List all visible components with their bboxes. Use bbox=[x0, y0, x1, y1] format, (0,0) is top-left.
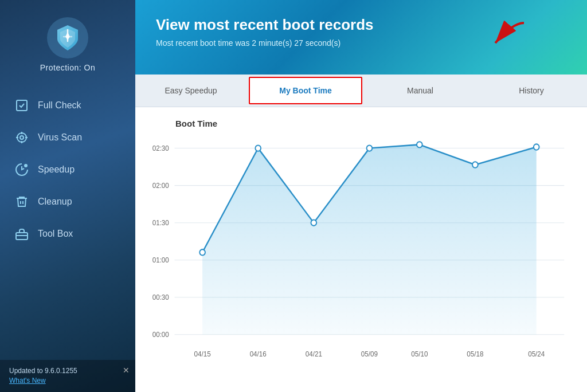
protection-status: Protection: On bbox=[40, 63, 96, 72]
chart-container: 02:30 02:00 01:30 01:00 00:30 00:00 bbox=[147, 138, 570, 374]
sidebar-item-speedup[interactable]: Speedup bbox=[0, 154, 135, 186]
boot-time-chart: 02:30 02:00 01:30 01:00 00:30 00:00 bbox=[147, 138, 570, 374]
sidebar-logo: Protection: On bbox=[40, 17, 96, 72]
chart-point-0524 bbox=[534, 144, 539, 150]
svg-text:04/15: 04/15 bbox=[194, 350, 211, 358]
svg-point-9 bbox=[24, 164, 28, 167]
svg-text:05/10: 05/10 bbox=[411, 350, 428, 358]
sidebar-item-virus-scan[interactable]: Virus Scan bbox=[0, 121, 135, 154]
tab-my-boot-time[interactable]: My Boot Time bbox=[249, 77, 362, 104]
cleanup-icon bbox=[14, 194, 30, 210]
chart-point-0510 bbox=[417, 142, 422, 147]
sidebar-item-tool-box[interactable]: Tool Box bbox=[0, 218, 135, 250]
chart-point-0416 bbox=[255, 145, 261, 151]
svg-text:05/09: 05/09 bbox=[361, 350, 378, 358]
sidebar: Protection: On Full Check bbox=[0, 0, 135, 392]
virus-scan-label: Virus Scan bbox=[38, 132, 82, 143]
shield-icon bbox=[47, 17, 88, 58]
svg-text:02:00: 02:00 bbox=[152, 181, 169, 189]
chart-point-0509 bbox=[367, 145, 373, 151]
speedup-label: Speedup bbox=[38, 164, 75, 175]
main-content: View most recent boot records Most recen… bbox=[135, 0, 587, 392]
chart-point-0421 bbox=[311, 220, 316, 226]
svg-text:05/18: 05/18 bbox=[467, 350, 483, 358]
svg-text:00:00: 00:00 bbox=[152, 331, 169, 339]
arrow-indicator bbox=[461, 17, 530, 52]
svg-text:00:30: 00:30 bbox=[152, 293, 169, 301]
toolbox-icon bbox=[14, 226, 30, 242]
sidebar-item-full-check[interactable]: Full Check bbox=[0, 89, 135, 121]
tab-easy-speedup[interactable]: Easy Speedup bbox=[135, 75, 246, 107]
tab-history[interactable]: History bbox=[476, 75, 587, 107]
svg-text:02:30: 02:30 bbox=[152, 144, 169, 152]
chart-title: Boot Time bbox=[175, 119, 570, 128]
speedup-icon bbox=[14, 162, 30, 178]
chart-area-fill bbox=[202, 144, 537, 334]
tab-manual[interactable]: Manual bbox=[365, 75, 476, 107]
svg-text:04/16: 04/16 bbox=[250, 350, 267, 358]
sidebar-footer: Updated to 9.6.0.1255 What's New ✕ bbox=[0, 360, 135, 392]
main-header: View most recent boot records Most recen… bbox=[135, 0, 587, 75]
svg-text:01:00: 01:00 bbox=[152, 256, 169, 264]
chart-area: Boot Time 02:30 02:00 01:30 01:00 00:30 … bbox=[135, 107, 587, 392]
cleanup-label: Cleanup bbox=[38, 197, 72, 207]
svg-point-3 bbox=[17, 133, 26, 142]
tool-box-label: Tool Box bbox=[38, 229, 73, 239]
svg-text:01:30: 01:30 bbox=[152, 218, 169, 226]
tabs-bar: Easy Speedup My Boot Time Manual History bbox=[135, 75, 587, 107]
full-check-label: Full Check bbox=[38, 100, 81, 111]
svg-text:04/21: 04/21 bbox=[306, 350, 322, 358]
chart-point-0415 bbox=[199, 249, 205, 255]
sidebar-nav: Full Check Virus Scan bbox=[0, 89, 135, 392]
version-text: Updated to 9.6.0.1255 bbox=[9, 367, 126, 375]
sidebar-item-cleanup[interactable]: Cleanup bbox=[0, 186, 135, 218]
whats-new-link[interactable]: What's New bbox=[9, 377, 46, 385]
virus-scan-icon bbox=[14, 130, 30, 146]
footer-close-button[interactable]: ✕ bbox=[123, 366, 130, 375]
svg-point-4 bbox=[20, 136, 24, 139]
svg-rect-2 bbox=[17, 100, 27, 111]
full-check-icon bbox=[14, 97, 30, 113]
svg-text:05/24: 05/24 bbox=[528, 350, 545, 358]
chart-point-0518 bbox=[472, 162, 478, 167]
